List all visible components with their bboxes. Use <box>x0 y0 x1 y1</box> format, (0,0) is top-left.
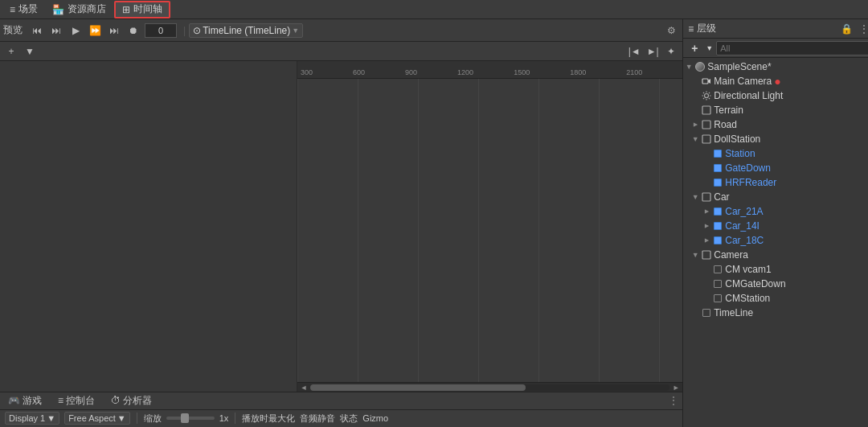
btn-end[interactable]: ⏭ <box>106 23 122 39</box>
tab-assetstore[interactable]: 🏪 资源商店 <box>46 1 113 18</box>
tree-item-car18c[interactable]: ▼ Car_18C <box>683 233 868 248</box>
tree-item-hrfreader[interactable]: ▼ HRFReader <box>683 175 868 190</box>
tree-item-cmgatedown[interactable]: ▼ CMGateDown <box>683 277 868 291</box>
tree-item-cmstation[interactable]: ▼ CMStation <box>683 291 868 306</box>
scroll-right-arrow[interactable]: ► <box>669 383 682 392</box>
svg-line-9 <box>709 92 710 93</box>
tree-label-cmstation: CMStation <box>725 293 770 304</box>
tree-item-terrain[interactable]: ▼ Terrain <box>683 103 868 117</box>
btn-next[interactable]: ⏩ <box>87 23 103 39</box>
hierarchy-add-arrow[interactable]: ▼ <box>706 44 713 52</box>
tree-icon-station <box>712 148 723 159</box>
timeline-obj-icon: ⊙ <box>193 25 201 36</box>
ruler-mark-1800: 1800 <box>570 68 626 76</box>
maximize-btn[interactable]: 播放时最大化 <box>242 413 295 425</box>
scroll-thumb[interactable] <box>310 384 526 391</box>
hierarchy-menu-icon: ≡ <box>688 23 694 35</box>
tree-arrow-car18c[interactable]: ▼ <box>701 235 712 246</box>
tree-item-camera[interactable]: ▼ Camera <box>683 248 868 262</box>
tree-icon-cmvcam1 <box>712 264 723 275</box>
snap-right-btn[interactable]: ►| <box>645 43 661 60</box>
zoom-label: 缩放 <box>144 413 162 425</box>
timeline-dropdown[interactable]: ⊙ TimeLine (TimeLine) ▼ <box>189 23 303 38</box>
scene-icon: ≡ <box>10 4 15 15</box>
hierarchy-more-btn[interactable]: ⋮ <box>857 22 868 36</box>
mute-btn[interactable]: 音频静音 <box>300 413 335 425</box>
zoom-slider-container <box>166 417 215 420</box>
hierarchy-lock-btn[interactable]: 🔒 <box>839 22 854 36</box>
tree-item-station[interactable]: ▼ Station <box>683 146 868 161</box>
svg-line-10 <box>703 98 704 99</box>
btn-prev[interactable]: ⏭ <box>48 23 64 39</box>
tree-icon-car14i <box>712 220 723 232</box>
tab-scene[interactable]: ≡ 场景 <box>3 1 44 18</box>
tree-item-car[interactable]: ▼ Car <box>683 190 868 204</box>
ruler-mark-1200: 1200 <box>457 68 514 76</box>
tree-label-car18c: Car_18C <box>725 235 764 246</box>
hierarchy-add-btn[interactable]: + <box>686 40 702 56</box>
add-dropdown-btn[interactable]: ▼ <box>22 43 38 60</box>
tree-label-terrain: Terrain <box>714 105 743 116</box>
tree-arrow-camera[interactable]: ▼ <box>690 249 701 261</box>
tree-item-gatedown[interactable]: ▼ GateDown <box>683 161 868 175</box>
btn-record[interactable]: ⏺ <box>125 23 141 39</box>
status-label[interactable]: 状态 <box>340 413 358 425</box>
tree-icon-camera <box>701 249 712 261</box>
zoom-thumb[interactable] <box>181 413 189 423</box>
tree-item-timeline[interactable]: ▼ TimeLine <box>683 306 868 320</box>
gizmo-label[interactable]: Gizmo <box>362 413 388 423</box>
svg-rect-0 <box>702 79 708 84</box>
tree-item-directionallight[interactable]: ▼ Directional Light <box>683 88 868 103</box>
tree-item-car14i[interactable]: ▼ Car_14I <box>683 219 868 233</box>
ruler-mark-900: 900 <box>405 68 457 76</box>
svg-rect-11 <box>702 106 710 114</box>
tree-arrow-car14i[interactable]: ▼ <box>701 220 712 232</box>
tree-arrow-road[interactable]: ▼ <box>690 119 701 130</box>
tree-arrow-car[interactable]: ▼ <box>690 191 701 203</box>
tree-label-station: Station <box>725 148 755 159</box>
add-track-btn[interactable]: + <box>3 43 19 60</box>
vgrid-3 <box>478 79 479 382</box>
tree-item-maincamera[interactable]: ▼ Main Camera ● <box>683 74 868 88</box>
tree-label-camera: Camera <box>714 249 748 261</box>
svg-rect-14 <box>702 193 710 201</box>
timeline-ruler: 300 600 900 1200 1500 1800 2100 <box>297 61 682 79</box>
timeline-settings-btn[interactable]: ⚙ <box>663 23 679 39</box>
tab-game[interactable]: 🎮 游戏 <box>3 392 47 409</box>
tree-item-samplescene[interactable]: ▼ SampleScene* <box>683 60 868 74</box>
tab-timeline[interactable]: ⊞ 时间轴 <box>114 1 170 18</box>
btn-start[interactable]: ⏮ <box>29 23 45 39</box>
zoom-slider[interactable] <box>166 417 215 420</box>
scroll-track[interactable] <box>310 384 669 391</box>
display-select[interactable]: Display 1 ▼ <box>5 412 59 425</box>
timeline-scrollbar[interactable]: ◄ ► <box>297 382 682 392</box>
btn-play[interactable]: ▶ <box>68 23 84 39</box>
tl-separator: | <box>183 25 186 36</box>
tree-arrow-dollstation[interactable]: ▼ <box>690 133 701 145</box>
tab-console[interactable]: ≡ 控制台 <box>53 392 100 409</box>
tree-arrow-car21a[interactable]: ▼ <box>701 206 712 217</box>
tree-item-road[interactable]: ▼ Road <box>683 117 868 132</box>
tree-item-car21a[interactable]: ▼ Car_21A <box>683 204 868 219</box>
tree-label-timeline-node: TimeLine <box>714 307 753 318</box>
tab-profiler[interactable]: ⏱ 分析器 <box>106 392 157 409</box>
tree-item-dollstation[interactable]: ▼ DollStation <box>683 132 868 146</box>
assetstore-icon: 🏪 <box>52 4 64 15</box>
divider-1 <box>137 413 137 424</box>
pin-btn[interactable]: ✦ <box>663 43 679 60</box>
aspect-select[interactable]: Free Aspect ▼ <box>64 412 130 425</box>
tree-arrow-samplescene[interactable]: ▼ <box>683 61 694 72</box>
snap-left-btn[interactable]: |◄ <box>626 43 642 60</box>
profiler-icon: ⏱ <box>111 395 121 406</box>
hierarchy-panel: ≡ 层级 🔒 ⋮ + ▼ ▼ SampleScene* ▼ <box>683 19 868 427</box>
hierarchy-search-input[interactable] <box>716 41 868 55</box>
vgrid-2 <box>418 79 419 382</box>
tab-game-label: 游戏 <box>23 394 42 408</box>
console-icon: ≡ <box>58 395 63 406</box>
more-options-btn[interactable]: ⋮ <box>668 394 679 407</box>
svg-line-7 <box>703 92 704 93</box>
scroll-left-arrow[interactable]: ◄ <box>297 383 310 392</box>
tree-item-cmvcam1[interactable]: ▼ CM vcam1 <box>683 262 868 277</box>
time-input[interactable] <box>145 23 177 38</box>
tree-label-road: Road <box>714 119 737 130</box>
